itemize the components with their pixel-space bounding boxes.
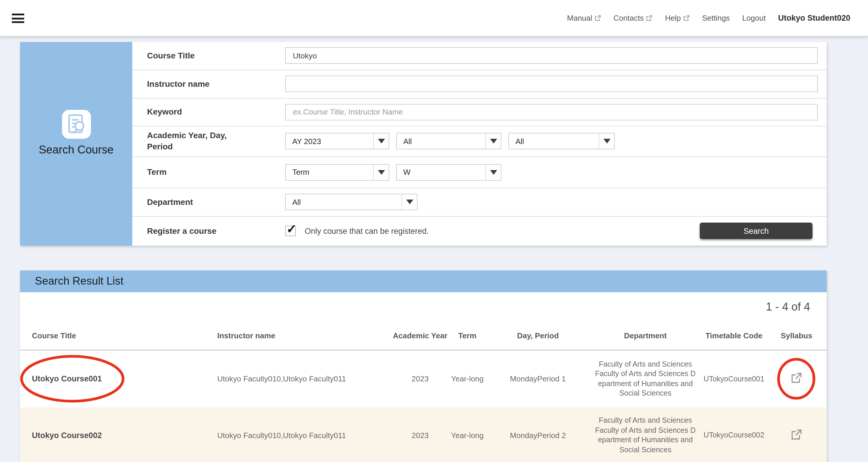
form-row-department: Department All [132, 188, 827, 216]
hamburger-bar [12, 21, 24, 23]
col-department: Department [589, 331, 702, 340]
col-timetable-code: Timetable Code [702, 331, 767, 340]
dropdown-arrow-icon [373, 133, 389, 149]
term-cell: Year-long [448, 375, 487, 383]
result-list-title: Search Result List [20, 270, 827, 292]
academic-year-cell: 2023 [392, 375, 448, 383]
department-select-value: All [286, 194, 402, 210]
form-row-course-title: Course Title [132, 42, 827, 70]
nav-settings[interactable]: Settings [702, 13, 730, 23]
col-course-title: Course Title [20, 331, 203, 340]
nav-logout[interactable]: Logout [742, 13, 766, 23]
search-result-panel: Search Result List 1 - 4 of 4 Course Tit… [20, 270, 827, 462]
academic-year-day-period-label: Academic Year, Day, Period [147, 130, 242, 152]
department-cell: Faculty of Arts and Sciences Faculty of … [595, 416, 696, 455]
nav-manual[interactable]: Manual [567, 13, 601, 23]
form-row-academic-year-day-period: Academic Year, Day, Period AY 2023 All A… [132, 126, 827, 157]
day-period-cell: MondayPeriod 2 [487, 431, 589, 440]
result-row: Utokyo Course002 Utokyo Faculty010,Utoky… [20, 407, 827, 462]
register-checkbox[interactable]: ✓ [285, 225, 296, 236]
keyword-input[interactable] [285, 103, 818, 120]
academic-year-select-value: AY 2023 [286, 133, 373, 149]
term-value-select[interactable]: W [396, 164, 501, 180]
top-nav: Manual Contacts Help Settings Logout Uto… [567, 0, 850, 36]
keyword-label: Keyword [147, 106, 242, 118]
dropdown-arrow-icon [599, 133, 614, 149]
course-title-link[interactable]: Utokyo Course002 [32, 431, 102, 440]
col-day-period: Day, Period [487, 331, 589, 340]
search-course-icon [62, 110, 91, 138]
hamburger-menu-icon[interactable] [12, 13, 24, 25]
term-cell: Year-long [448, 431, 487, 440]
col-instructor-name: Instructor name [203, 331, 392, 340]
timetable-code-cell: UTokyoCourse001 [702, 375, 767, 383]
department-line: Faculty of Arts and Sciences Department … [595, 426, 696, 455]
nav-manual-label: Manual [567, 13, 592, 23]
hamburger-bar [12, 18, 24, 19]
department-label: Department [147, 196, 242, 208]
instructor-cell: Utokyo Faculty010,Utokyo Faculty011 [203, 431, 392, 440]
nav-contacts[interactable]: Contacts [614, 13, 653, 23]
department-line: Faculty of Arts and Sciences [595, 360, 696, 369]
form-row-keyword: Keyword [132, 98, 827, 126]
day-period-cell: MondayPeriod 1 [487, 375, 589, 383]
nav-contacts-label: Contacts [614, 13, 644, 23]
academic-year-select[interactable]: AY 2023 [285, 133, 389, 149]
col-syllabus: Syllabus [767, 331, 827, 340]
course-title-input[interactable] [285, 47, 818, 64]
search-button[interactable]: Search [700, 223, 812, 239]
user-name: Utokyo Student020 [778, 13, 850, 23]
nav-logout-label: Logout [742, 13, 766, 23]
dropdown-arrow-icon [485, 164, 501, 180]
syllabus-external-link-icon[interactable] [790, 372, 802, 384]
result-count: 1 - 4 of 4 [20, 292, 827, 321]
academic-year-cell: 2023 [392, 431, 448, 440]
external-link-icon [646, 15, 652, 21]
instructor-name-label: Instructor name [147, 78, 242, 89]
course-title-link[interactable]: Utokyo Course001 [32, 375, 102, 383]
instructor-name-input[interactable] [285, 75, 818, 92]
external-link-icon [595, 15, 601, 21]
period-select[interactable]: All [508, 133, 615, 149]
search-course-title: Search Course [20, 143, 132, 156]
term-type-select[interactable]: Term [285, 164, 389, 180]
department-line: Faculty of Arts and Sciences [595, 416, 696, 426]
nav-settings-label: Settings [702, 13, 730, 23]
syllabus-external-link-icon[interactable] [790, 429, 802, 440]
form-row-register: Register a course ✓ Only course that can… [132, 216, 827, 245]
day-select-value: All [397, 133, 485, 149]
nav-help-label: Help [665, 13, 681, 23]
term-type-select-value: Term [286, 164, 373, 180]
hamburger-bar [12, 13, 24, 16]
search-course-panel: Search Course Course Title Instructor na… [20, 42, 827, 245]
period-select-value: All [509, 133, 599, 149]
instructor-cell: Utokyo Faculty010,Utokyo Faculty011 [203, 375, 392, 383]
dropdown-arrow-icon [402, 194, 417, 210]
timetable-code-cell: UTokyoCourse002 [702, 431, 767, 439]
form-row-instructor: Instructor name [132, 70, 827, 98]
col-academic-year: Academic Year [392, 331, 448, 340]
external-link-icon [683, 15, 690, 21]
department-line: Faculty of Arts and Sciences Department … [595, 369, 696, 399]
day-select[interactable]: All [396, 133, 501, 149]
top-bar: Manual Contacts Help Settings Logout Uto… [0, 0, 868, 36]
page: Manual Contacts Help Settings Logout Uto… [0, 0, 868, 462]
term-value-select-value: W [397, 164, 485, 180]
checkbox-check-icon: ✓ [286, 222, 297, 236]
result-row: Utokyo Course001 Utokyo Faculty010,Utoky… [20, 351, 827, 407]
form-row-term: Term Term W [132, 157, 827, 188]
register-checkbox-label: Only course that can be registered. [305, 226, 429, 235]
nav-help[interactable]: Help [665, 13, 690, 23]
department-cell: Faculty of Arts and Sciences Faculty of … [595, 360, 696, 399]
search-form: Course Title Instructor name Keyword Aca… [132, 42, 827, 245]
register-course-label: Register a course [147, 225, 242, 237]
result-table-header: Course Title Instructor name Academic Ye… [20, 321, 827, 351]
col-term: Term [448, 331, 487, 340]
dropdown-arrow-icon [373, 164, 389, 180]
dropdown-arrow-icon [485, 133, 501, 149]
department-select[interactable]: All [285, 194, 417, 210]
term-label: Term [147, 166, 242, 178]
search-course-sidebar: Search Course [20, 42, 132, 245]
course-title-label: Course Title [147, 50, 242, 61]
